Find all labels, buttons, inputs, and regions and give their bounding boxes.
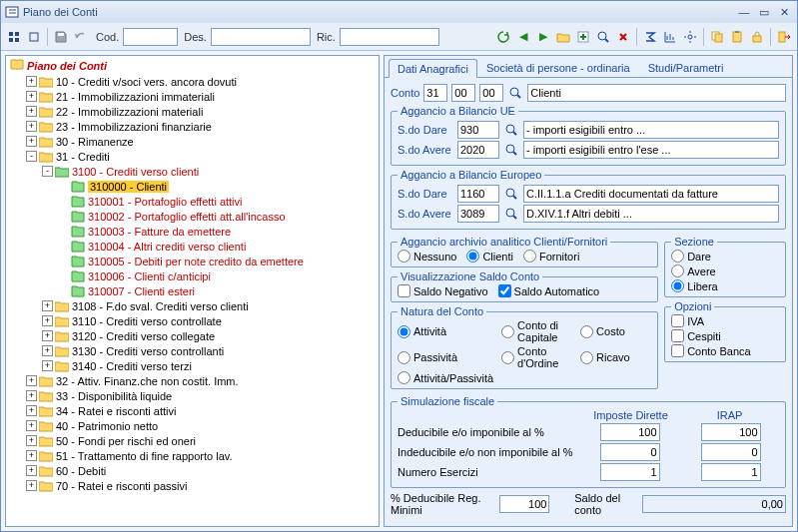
expander-icon[interactable] [58,270,69,281]
tree-row[interactable]: 310001 - Portafoglio effetti attivi [8,194,377,209]
expander-icon[interactable] [58,256,69,266]
tree-row[interactable]: - 31 - Crediti [8,149,377,164]
tree-row[interactable]: + 30 - Rimanenze [8,134,377,149]
copy-icon[interactable] [708,28,726,46]
expander-icon[interactable]: + [26,390,37,401]
eu-dare-input[interactable] [457,185,499,203]
radio-attpass[interactable]: Attività/Passività [398,371,493,384]
tree-row[interactable]: + 34 - Ratei e risconti attivi [8,403,377,418]
ue-dare-input[interactable] [457,121,499,139]
radio-avere[interactable]: Avere [671,265,779,277]
new-folder-icon[interactable] [554,28,572,46]
paste-icon[interactable] [728,28,746,46]
tree-row[interactable]: 310005 - Debiti per note credito da emet… [8,254,377,268]
next-icon[interactable]: ▶ [534,28,552,46]
cod-input[interactable] [123,28,178,46]
ue-avere-input[interactable] [457,141,499,159]
tree-row[interactable]: + 3108 - F.do sval. Crediti verso client… [8,298,377,313]
tree-row[interactable]: + 22 - Immobilizzazioni materiali [8,104,377,119]
deducibile-input[interactable] [499,495,549,513]
ue-dare-search-icon[interactable] [503,122,519,138]
tree-root[interactable]: Piano dei Conti [8,58,377,74]
expander-icon[interactable]: + [26,91,37,102]
ric-input[interactable] [340,28,439,46]
radio-fornitori[interactable]: Fornitori [523,250,579,263]
radio-clienti[interactable]: Clienti [466,250,513,263]
expander-icon[interactable]: + [42,360,53,371]
sim-r2-dirette[interactable] [600,443,660,461]
lock-icon[interactable] [748,28,766,46]
undo-button[interactable] [72,28,90,46]
tree-row[interactable]: 310000 - Clienti [8,179,377,194]
eu-dare-desc[interactable] [523,185,779,203]
expander-icon[interactable] [58,211,69,222]
expander-icon[interactable]: + [42,300,53,311]
tree-row[interactable]: + 3130 - Crediti verso controllanti [8,343,377,358]
radio-attivita[interactable]: Attività [398,319,493,343]
conto-b-input[interactable] [451,84,475,102]
expander-icon[interactable]: + [26,405,37,416]
conto-a-input[interactable] [423,84,447,102]
account-tree[interactable]: Piano dei Conti + 10 - Crediti v/soci ve… [6,56,379,526]
expander-icon[interactable]: - [26,151,37,162]
radio-libera[interactable]: Libera [671,279,779,292]
expander-icon[interactable]: - [42,166,53,177]
tree-row[interactable]: + 50 - Fondi per rischi ed oneri [8,433,377,448]
check-banca[interactable]: Conto Banca [671,344,779,357]
sim-r2-irap[interactable] [701,443,761,461]
tree-row[interactable]: + 3110 - Crediti verso controllate [8,313,377,328]
expander-icon[interactable] [58,241,69,252]
check-iva[interactable]: IVA [671,314,779,327]
delete-icon[interactable] [614,28,632,46]
expander-icon[interactable] [58,285,69,296]
tree-row[interactable]: 310004 - Altri crediti verso clienti [8,239,377,254]
sigma-icon[interactable] [641,28,659,46]
expander-icon[interactable]: + [42,330,53,341]
des-input[interactable] [211,28,311,46]
radio-nessuno[interactable]: Nessuno [398,250,456,263]
expander-icon[interactable]: + [26,106,37,117]
ue-dare-desc[interactable] [523,121,779,139]
conto-c-input[interactable] [479,84,503,102]
expander-icon[interactable] [58,181,69,192]
exit-icon[interactable] [775,28,793,46]
expander-icon[interactable]: + [26,375,37,386]
radio-dare[interactable]: Dare [671,250,779,263]
minimize-button[interactable]: — [735,4,753,20]
tool-action-1[interactable] [5,28,23,46]
radio-ricavo[interactable]: Ricavo [580,345,651,369]
prev-icon[interactable]: ◀ [514,28,532,46]
tree-row[interactable]: + 23 - Immobilizzazioni finanziarie [8,119,377,134]
expander-icon[interactable] [58,226,69,237]
radio-capitale[interactable]: Conto di Capitale [501,319,572,343]
radio-ordine[interactable]: Conto d'Ordine [501,345,572,369]
tree-row[interactable]: 310002 - Portafoglio effetti att.all'inc… [8,209,377,224]
eu-avere-search-icon[interactable] [503,206,519,222]
ue-avere-search-icon[interactable] [503,142,519,158]
expander-icon[interactable]: + [26,450,37,461]
tree-row[interactable]: + 40 - Patrimonio netto [8,418,377,433]
tree-row[interactable]: 310006 - Clienti c/anticipi [8,268,377,283]
expander-icon[interactable]: + [26,76,37,87]
conto-search-icon[interactable] [507,85,523,101]
check-saldoneg[interactable]: Saldo Negativo [398,284,488,297]
settings-icon[interactable] [681,28,699,46]
save-button[interactable] [52,28,70,46]
tool-action-2[interactable] [25,28,43,46]
maximize-button[interactable]: ▭ [755,4,773,20]
tree-row[interactable]: 310007 - Clienti esteri [8,283,377,298]
tab-societa[interactable]: Società di persone - ordinaria [477,58,639,77]
tree-row[interactable]: + 32 - Attiv. Finanz.che non costit. Imm… [8,373,377,388]
tree-row[interactable]: + 51 - Trattamento di fine rapporto lav. [8,448,377,463]
tab-anagrafici[interactable]: Dati Anagrafici [389,59,477,78]
refresh-icon[interactable] [494,28,512,46]
tree-row[interactable]: + 3120 - Crediti verso collegate [8,328,377,343]
tree-row[interactable]: - 3100 - Crediti verso clienti [8,164,377,179]
expander-icon[interactable]: + [26,480,37,491]
check-saldoauto[interactable]: Saldo Automatico [498,284,600,297]
expander-icon[interactable]: + [26,136,37,147]
eu-avere-desc[interactable] [523,205,779,223]
expander-icon[interactable]: + [26,121,37,132]
search-icon[interactable] [594,28,612,46]
eu-avere-input[interactable] [457,205,499,223]
